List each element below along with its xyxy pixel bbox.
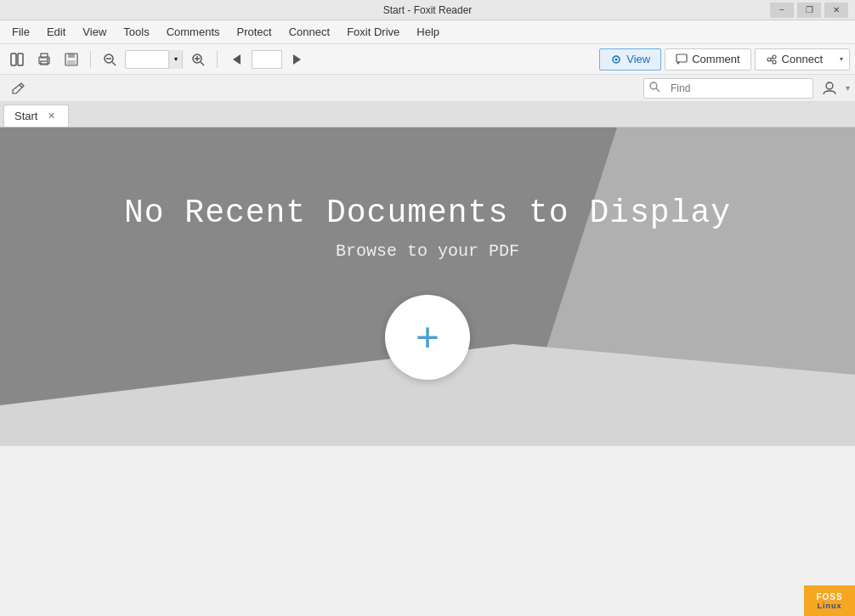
separator-2 (217, 51, 218, 68)
menu-help[interactable]: Help (408, 22, 448, 42)
tab-label: Start (14, 110, 37, 122)
svg-rect-0 (11, 54, 16, 65)
svg-point-5 (47, 59, 48, 60)
svg-point-19 (615, 58, 618, 60)
svg-rect-20 (677, 54, 687, 62)
menu-bar: File Edit View Tools Comments Protect Co… (0, 20, 855, 44)
menu-file[interactable]: File (3, 22, 38, 42)
page-layout-button[interactable] (5, 48, 29, 71)
svg-line-26 (20, 85, 22, 88)
menu-edit[interactable]: Edit (38, 22, 74, 42)
window-controls: − ❐ ✕ (770, 3, 848, 18)
separator-1 (90, 51, 91, 68)
svg-rect-7 (68, 54, 75, 58)
browse-text: Browse to your PDF (336, 241, 519, 261)
svg-point-29 (826, 82, 833, 89)
menu-protect[interactable]: Protect (229, 22, 280, 42)
user-dropdown-arrow[interactable]: ▾ (846, 83, 850, 93)
save-button[interactable] (59, 48, 83, 71)
title-bar: Start - Foxit Reader − ❐ ✕ (0, 0, 855, 20)
find-input[interactable] (665, 82, 813, 94)
toolbar: ▾ View Comment Connect ▾ (0, 44, 855, 75)
menu-tools[interactable]: Tools (115, 22, 157, 42)
start-tab[interactable]: Start ✕ (3, 105, 69, 127)
page-number-input[interactable] (252, 50, 282, 69)
comment-mode-button[interactable]: Comment (665, 48, 750, 71)
svg-line-15 (201, 62, 204, 65)
svg-marker-17 (293, 54, 301, 65)
tab-bar: Start ✕ (0, 102, 855, 127)
title-text: Start - Foxit Reader (383, 4, 473, 16)
svg-point-21 (767, 58, 771, 61)
svg-rect-1 (18, 54, 23, 65)
svg-line-25 (771, 60, 773, 61)
foss-linux-badge: FOSS Linux (804, 585, 855, 616)
connect-dropdown[interactable]: ▾ (833, 48, 850, 71)
zoom-in-button[interactable] (186, 48, 210, 71)
svg-point-23 (773, 60, 776, 64)
svg-line-28 (656, 88, 660, 92)
zoom-input[interactable] (126, 54, 168, 65)
menu-foxit-drive[interactable]: Foxit Drive (338, 22, 408, 42)
connect-btn-group: Connect ▾ (755, 48, 850, 71)
hero-section: No Recent Documents to Display Browse to… (0, 127, 855, 446)
main-content: No Recent Documents to Display Browse to… (0, 127, 855, 616)
close-button[interactable]: ✕ (824, 3, 848, 18)
next-page-button[interactable] (286, 48, 309, 71)
print-button[interactable] (32, 48, 56, 71)
tab-close-button[interactable]: ✕ (44, 110, 58, 123)
foss-bottom-text: Linux (818, 602, 842, 610)
user-account-button[interactable] (818, 77, 841, 99)
svg-rect-4 (41, 61, 48, 65)
foss-top-text: FOSS (816, 592, 842, 602)
minimize-button[interactable]: − (770, 3, 794, 18)
svg-line-11 (112, 62, 116, 65)
zoom-dropdown[interactable]: ▾ (168, 50, 182, 69)
find-icon (644, 82, 665, 95)
edit-toolbar: ▾ (0, 75, 855, 102)
toolbar-right: View Comment Connect ▾ (599, 48, 850, 71)
restore-button[interactable]: ❐ (797, 3, 821, 18)
svg-point-22 (773, 55, 776, 59)
svg-rect-8 (67, 60, 76, 65)
prev-page-button[interactable] (224, 48, 248, 71)
connect-mode-button[interactable]: Connect (755, 48, 833, 71)
svg-marker-16 (233, 54, 241, 65)
add-pdf-button[interactable]: + (385, 295, 470, 380)
view-mode-button[interactable]: View (599, 48, 661, 71)
plus-icon: + (416, 317, 439, 358)
svg-line-24 (771, 58, 773, 59)
menu-connect[interactable]: Connect (280, 22, 338, 42)
find-input-wrap (643, 78, 813, 99)
zoom-input-wrap: ▾ (125, 50, 183, 69)
edit-icon-button[interactable] (5, 78, 32, 99)
menu-view[interactable]: View (74, 22, 115, 42)
no-docs-text: No Recent Documents to Display (124, 195, 731, 231)
svg-point-27 (650, 82, 657, 89)
menu-comments[interactable]: Comments (158, 22, 229, 42)
zoom-out-button[interactable] (98, 48, 122, 71)
